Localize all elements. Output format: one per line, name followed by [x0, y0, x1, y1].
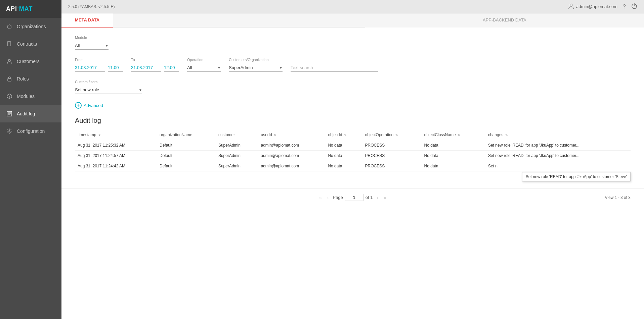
cell-changes[interactable]: Set n: [485, 161, 631, 171]
filter-row-datetime: From 31.08.2017 11:00 To 31.08.2017 12:0…: [75, 58, 631, 72]
sidebar-item-contracts[interactable]: Contracts: [0, 35, 61, 53]
table-body: Aug 31, 2017 11:25:32 AMDefaultSuperAdmi…: [75, 140, 631, 171]
col-organizationname[interactable]: organizationName: [157, 130, 216, 140]
from-date-group: 31.08.2017 11:00: [75, 64, 123, 72]
cell-objectid: No data: [325, 161, 362, 171]
text-search-input[interactable]: [291, 64, 378, 72]
sidebar-item-configuration[interactable]: Configuration: [0, 122, 61, 140]
modules-icon: [6, 93, 13, 100]
cell-changes[interactable]: Set new role 'READ' for app 'JkuApp' to …: [485, 151, 631, 161]
cell-objectoperation: PROCESS: [362, 151, 422, 161]
table-area: Audit log timestamp ▼ organizationName c…: [61, 117, 644, 188]
sidebar-item-audit-log[interactable]: Audit log: [0, 105, 61, 122]
from-time[interactable]: 11:00: [108, 64, 123, 72]
svg-point-13: [9, 130, 10, 132]
sidebar-item-label: Audit log: [17, 111, 35, 116]
svg-line-8: [9, 95, 12, 97]
objectid-sort-icon: ⇅: [344, 134, 347, 137]
tab-header: META DATA APP-BACKEND DATA: [61, 13, 644, 28]
cell-timestamp: Aug 31, 2017 11:25:32 AM: [75, 140, 157, 151]
view-info: View 1 - 3 of 3: [605, 195, 631, 200]
col-userid[interactable]: userId ⇅: [258, 130, 326, 140]
cell-customer: SuperAdmin: [216, 151, 258, 161]
customers-org-label: Customers/Organization: [229, 58, 283, 62]
from-label: From: [75, 58, 123, 62]
module-select[interactable]: All: [75, 42, 109, 50]
organizations-icon: ⬡: [6, 23, 13, 30]
main-content: 2.5.0 (YAMBAS: v2.5.5-E) admin@apiomat.c…: [61, 0, 644, 319]
help-icon[interactable]: ?: [623, 4, 626, 10]
filter-row-custom: Custom filters Set new role ▼: [75, 80, 631, 94]
svg-rect-5: [8, 78, 11, 81]
filter-row-module: Module All ▼: [75, 36, 631, 50]
sidebar-item-roles[interactable]: Roles: [0, 70, 61, 88]
sidebar-item-organizations[interactable]: ⬡ Organizations: [0, 18, 61, 35]
customers-org-select[interactable]: SuperAdmin: [229, 64, 283, 72]
roles-icon: [6, 75, 13, 82]
to-time[interactable]: 12:00: [164, 64, 179, 72]
svg-point-14: [570, 4, 572, 6]
changes-sort-icon: ⇅: [505, 134, 508, 137]
col-objectid[interactable]: objectId ⇅: [325, 130, 362, 140]
col-objectoperation[interactable]: objectOperation ⇅: [362, 130, 422, 140]
objectclassname-sort-icon: ⇅: [458, 134, 460, 137]
cell-organizationname: Default: [157, 151, 216, 161]
advanced-button[interactable]: + Advanced: [75, 102, 631, 109]
to-date-group: 31.08.2017 12:00: [131, 64, 179, 72]
cell-objectclassname: No data: [422, 161, 485, 171]
sidebar-item-modules[interactable]: Modules: [0, 88, 61, 105]
cell-objectid: No data: [325, 140, 362, 151]
table-title: Audit log: [75, 117, 631, 124]
custom-filters-group: Custom filters Set new role ▼: [75, 80, 142, 94]
first-page-btn[interactable]: «: [318, 194, 323, 201]
customers-org-select-wrapper: SuperAdmin ▼: [229, 64, 283, 72]
cell-objectid: No data: [325, 151, 362, 161]
page-info: Page of 1: [333, 194, 373, 201]
col-changes[interactable]: changes ⇅: [485, 130, 631, 140]
next-page-btn[interactable]: ›: [376, 194, 380, 201]
logo-mat-text: MAT: [19, 5, 33, 12]
sidebar-item-label: Roles: [17, 76, 29, 82]
pagination-controls: « ‹ Page of 1 › »: [318, 194, 388, 201]
pagination: « ‹ Page of 1 › » View 1 - 3 of 3: [61, 188, 644, 206]
col-customer[interactable]: customer: [216, 130, 258, 140]
topbar: 2.5.0 (YAMBAS: v2.5.5-E) admin@apiomat.c…: [61, 0, 644, 13]
operation-select[interactable]: All: [187, 64, 221, 72]
audit-log-table: timestamp ▼ organizationName customer us…: [75, 130, 631, 171]
col-timestamp[interactable]: timestamp ▼: [75, 130, 157, 140]
table-header-row: timestamp ▼ organizationName customer us…: [75, 130, 631, 140]
col-objectclassname[interactable]: objectClassName ⇅: [422, 130, 485, 140]
operation-filter-group: Operation All ▼: [187, 58, 221, 72]
page-number-input[interactable]: [345, 194, 363, 201]
table-row: Aug 31, 2017 11:24:57 AMDefaultSuperAdmi…: [75, 151, 631, 161]
audit-log-icon: [6, 110, 13, 117]
table-row: Aug 31, 2017 11:25:32 AMDefaultSuperAdmi…: [75, 140, 631, 151]
prev-page-btn[interactable]: ‹: [326, 194, 330, 201]
cell-changes[interactable]: Set new role 'READ' for app 'JkuApp' to …: [485, 140, 631, 151]
to-date[interactable]: 31.08.2017: [131, 64, 161, 72]
sidebar-item-customers[interactable]: Customers: [0, 53, 61, 70]
cell-customer: SuperAdmin: [216, 140, 258, 151]
timestamp-sort-icon: ▼: [98, 134, 101, 137]
cell-objectclassname: No data: [422, 140, 485, 151]
last-page-btn[interactable]: »: [382, 194, 388, 201]
from-date[interactable]: 31.08.2017: [75, 64, 105, 72]
cell-objectoperation: PROCESS: [362, 140, 422, 151]
filter-area: Module All ▼ From 31.08.2017 11:00: [61, 28, 644, 117]
from-filter-group: From 31.08.2017 11:00: [75, 58, 123, 72]
tab-meta-data[interactable]: META DATA: [61, 13, 113, 28]
custom-filters-select[interactable]: Set new role: [75, 86, 142, 94]
power-icon[interactable]: [631, 3, 637, 10]
cell-organizationname: Default: [157, 140, 216, 151]
objectoperation-sort-icon: ⇅: [395, 134, 398, 137]
to-filter-group: To 31.08.2017 12:00: [131, 58, 179, 72]
user-icon: [568, 3, 574, 10]
topbar-right: admin@apiomat.com ?: [568, 3, 637, 10]
to-label: To: [131, 58, 179, 62]
customers-icon: [6, 58, 13, 65]
cell-timestamp: Aug 31, 2017 11:24:57 AM: [75, 151, 157, 161]
sidebar-item-label: Organizations: [17, 24, 46, 29]
cell-objectoperation: PROCESS: [362, 161, 422, 171]
tab-app-backend-data[interactable]: APP-BACKEND DATA: [365, 13, 644, 28]
sidebar-item-label: Customers: [17, 59, 40, 64]
